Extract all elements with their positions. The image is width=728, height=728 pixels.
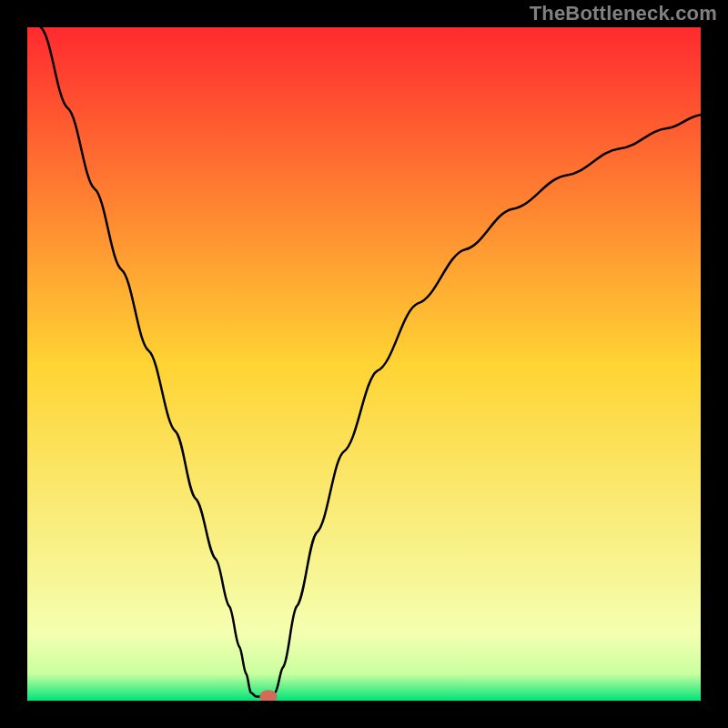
chart-svg xyxy=(27,27,701,701)
chart-frame: TheBottleneck.com xyxy=(0,0,728,728)
attribution-label: TheBottleneck.com xyxy=(530,2,717,25)
chart-background xyxy=(27,27,701,701)
plot-area xyxy=(27,27,701,701)
